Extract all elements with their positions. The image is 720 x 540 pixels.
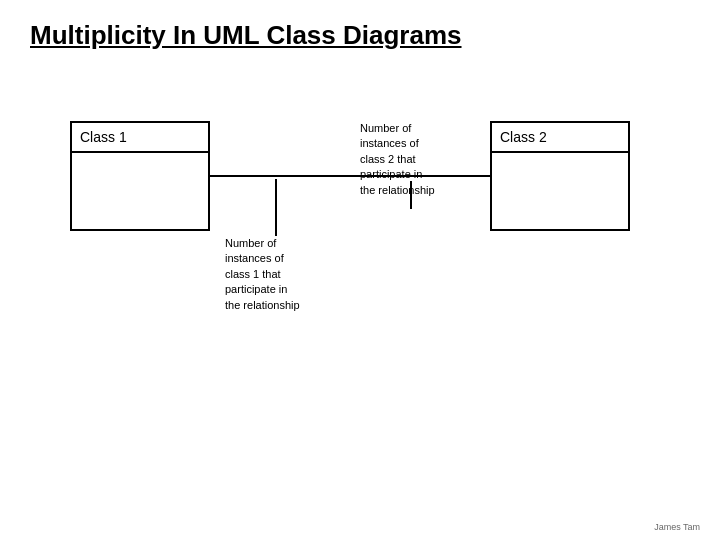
class1-body	[72, 153, 208, 223]
label-class2-line4: participate in	[360, 168, 422, 180]
diagram-area: Class 1 Class 2 Number of instances of c…	[30, 91, 690, 431]
page-container: Multiplicity In UML Class Diagrams Class…	[0, 0, 720, 540]
class2-box: Class 2	[490, 121, 630, 231]
label-class1-line5: the relationship	[225, 299, 300, 311]
label-class2: Number of instances of class 2 that part…	[360, 121, 485, 198]
class1-box: Class 1	[70, 121, 210, 231]
label-class2-line5: the relationship	[360, 184, 435, 196]
class2-body	[492, 153, 628, 223]
class1-label: Class 1	[72, 123, 208, 153]
label-class2-line3: class 2 that	[360, 153, 416, 165]
arrow-class2	[410, 181, 412, 209]
label-class1: Number of instances of class 1 that part…	[225, 236, 350, 313]
label-class1-line3: class 1 that	[225, 268, 281, 280]
page-title: Multiplicity In UML Class Diagrams	[30, 20, 690, 51]
arrow-class1	[275, 179, 277, 236]
label-class1-line1: Number of	[225, 237, 276, 249]
class2-label: Class 2	[492, 123, 628, 153]
label-class1-line2: instances of	[225, 252, 284, 264]
label-class1-line4: participate in	[225, 283, 287, 295]
label-class2-line1: Number of	[360, 122, 411, 134]
footer-text: James Tam	[654, 522, 700, 532]
label-class2-line2: instances of	[360, 137, 419, 149]
